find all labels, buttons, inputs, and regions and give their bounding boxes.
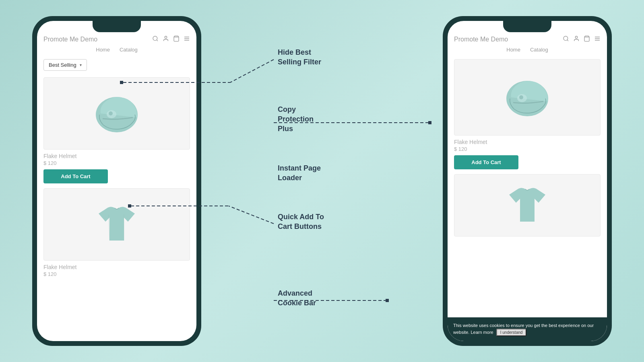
svg-text:Copy: Copy	[278, 105, 296, 113]
filter-arrow: ▾	[80, 63, 82, 67]
store-nav-left: Home Catalog	[43, 47, 190, 53]
svg-text:Quick Add To: Quick Add To	[278, 213, 324, 221]
menu-icon-right[interactable]	[594, 35, 601, 43]
svg-text:Loader: Loader	[278, 174, 302, 182]
filter-row-left: Best Selling ▾	[37, 56, 196, 74]
svg-point-32	[575, 36, 577, 38]
filter-label: Best Selling	[49, 62, 76, 68]
svg-text:Instant Page: Instant Page	[278, 164, 321, 172]
svg-text:Protection: Protection	[278, 115, 314, 123]
user-icon-right[interactable]	[573, 35, 580, 43]
store-nav-right: Home Catalog	[454, 47, 601, 53]
add-to-cart-btn-right[interactable]: Add To Cart	[454, 155, 518, 169]
product-image-2-right	[454, 174, 601, 237]
nav-catalog-left[interactable]: Catalog	[120, 47, 138, 53]
product-card-2-right	[454, 174, 601, 237]
svg-line-1	[157, 40, 158, 41]
svg-rect-29	[386, 299, 389, 302]
cart-icon-right[interactable]	[584, 35, 590, 43]
svg-text:Cookie Bar: Cookie Bar	[278, 299, 316, 307]
store-top-bar-right: Promote Me Demo	[454, 35, 601, 43]
scene: Promote Me Demo	[8, 8, 636, 354]
user-icon-left[interactable]	[163, 35, 169, 43]
product-image-1-left	[43, 77, 190, 150]
product-card-1-left: Flake Helmet $ 120 Add To Cart	[43, 77, 190, 183]
cart-icon-left[interactable]	[173, 35, 180, 43]
svg-point-39	[519, 95, 523, 99]
cookie-understand-button[interactable]: I understand	[496, 329, 527, 336]
search-icon-left[interactable]	[152, 35, 159, 43]
phone-notch-left	[93, 21, 141, 32]
phone-notch-right	[503, 21, 551, 32]
product-card-2-left: Flake Helmet $ 120	[43, 188, 190, 277]
svg-text:Advanced: Advanced	[278, 289, 312, 297]
svg-point-2	[165, 36, 167, 38]
svg-rect-24	[428, 121, 431, 124]
store-icons-right	[563, 35, 601, 43]
left-phone: Promote Me Demo	[32, 16, 201, 346]
cookie-bar: This website uses cookies to ensure you …	[448, 317, 607, 341]
svg-line-25	[229, 206, 274, 224]
right-phone: Promote Me Demo	[443, 16, 612, 346]
product-image-1-right	[454, 59, 601, 136]
menu-icon-left[interactable]	[184, 35, 190, 43]
product-image-2-left	[43, 188, 190, 261]
nav-catalog-right[interactable]: Catalog	[530, 47, 548, 53]
best-selling-filter[interactable]: Best Selling ▾	[43, 59, 87, 71]
store-title-right: Promote Me Demo	[454, 36, 508, 43]
product-price-2-left: $ 120	[43, 271, 190, 277]
svg-point-0	[153, 36, 157, 41]
nav-home-right[interactable]: Home	[506, 47, 520, 53]
svg-line-20	[230, 60, 274, 82]
right-phone-screen: Promote Me Demo	[448, 21, 607, 341]
add-to-cart-btn-left[interactable]: Add To Cart	[43, 169, 108, 183]
left-phone-screen: Promote Me Demo	[37, 21, 196, 341]
product-grid-right: Flake Helmet $ 120 Add To Cart	[448, 56, 607, 240]
product-card-1-right: Flake Helmet $ 120 Add To Cart	[454, 59, 601, 169]
nav-home-left[interactable]: Home	[96, 47, 110, 53]
product-price-1-left: $ 120	[43, 160, 190, 166]
product-name-2-left: Flake Helmet	[43, 264, 190, 270]
product-price-1-right: $ 120	[454, 146, 601, 152]
store-top-bar-left: Promote Me Demo	[43, 35, 190, 43]
product-grid-left: Flake Helmet $ 120 Add To Cart	[37, 74, 196, 280]
product-name-1-right: Flake Helmet	[454, 139, 601, 145]
label-hide-best-selling: Hide Best	[278, 48, 311, 56]
product-name-1-left: Flake Helmet	[43, 153, 190, 159]
svg-line-31	[567, 40, 568, 41]
svg-point-30	[564, 36, 568, 41]
store-icons-left	[152, 35, 190, 43]
svg-text:Cart Buttons: Cart Buttons	[278, 222, 322, 230]
svg-text:Plus: Plus	[278, 125, 293, 133]
search-icon-right[interactable]	[563, 35, 569, 43]
svg-point-9	[109, 111, 113, 115]
svg-text:Selling Filter: Selling Filter	[278, 58, 321, 66]
store-title-left: Promote Me Demo	[43, 36, 97, 43]
